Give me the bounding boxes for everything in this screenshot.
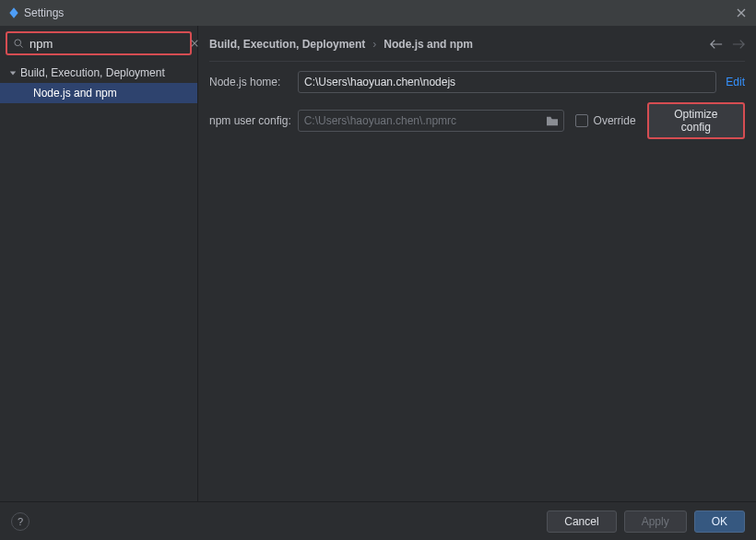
optimize-config-button[interactable]: Optimize config	[647, 102, 745, 139]
svg-line-1	[20, 45, 22, 47]
titlebar: Settings	[0, 0, 756, 26]
breadcrumb: Build, Execution, Deployment › Node.js a…	[209, 38, 473, 51]
chevron-down-icon	[7, 69, 18, 76]
breadcrumb-page: Node.js and npm	[384, 38, 473, 51]
forward-button	[732, 39, 745, 50]
ok-button[interactable]: OK	[694, 511, 745, 533]
breadcrumb-group[interactable]: Build, Execution, Deployment	[209, 38, 365, 51]
edit-link[interactable]: Edit	[726, 76, 745, 88]
search-icon	[13, 37, 24, 50]
sidebar-item-label: Build, Execution, Deployment	[20, 66, 165, 79]
cancel-button[interactable]: Cancel	[547, 511, 616, 533]
apply-button: Apply	[624, 511, 687, 533]
nodejs-home-label: Node.js home:	[209, 76, 298, 88]
sidebar-item-build-execution-deployment[interactable]: Build, Execution, Deployment	[0, 63, 197, 83]
svg-point-0	[15, 40, 21, 46]
close-icon[interactable]	[734, 6, 749, 20]
sidebar-item-label: Node.js and npm	[33, 87, 117, 100]
search-input[interactable]	[24, 37, 190, 51]
app-logo-icon	[7, 6, 20, 19]
search-field[interactable]	[6, 31, 192, 55]
settings-tree: Build, Execution, Deployment Node.js and…	[0, 61, 197, 105]
breadcrumb-separator-icon: ›	[372, 38, 376, 51]
nodejs-home-input[interactable]	[298, 71, 716, 93]
override-label: Override	[594, 114, 636, 127]
back-button[interactable]	[710, 39, 723, 50]
sidebar-item-nodejs-and-npm[interactable]: Node.js and npm	[0, 83, 197, 103]
sidebar: Build, Execution, Deployment Node.js and…	[0, 26, 198, 501]
checkbox-box	[575, 114, 588, 127]
main-panel: Build, Execution, Deployment › Node.js a…	[198, 26, 756, 501]
override-checkbox[interactable]: Override	[575, 114, 636, 127]
divider	[209, 61, 745, 62]
window-title: Settings	[24, 6, 64, 19]
footer: ? Cancel Apply OK	[0, 501, 756, 540]
clear-search-icon[interactable]	[190, 37, 199, 50]
folder-icon[interactable]	[546, 115, 559, 126]
npm-user-config-label: npm user config:	[209, 114, 298, 127]
help-button[interactable]: ?	[11, 512, 30, 531]
npm-user-config-input[interactable]	[298, 110, 564, 132]
